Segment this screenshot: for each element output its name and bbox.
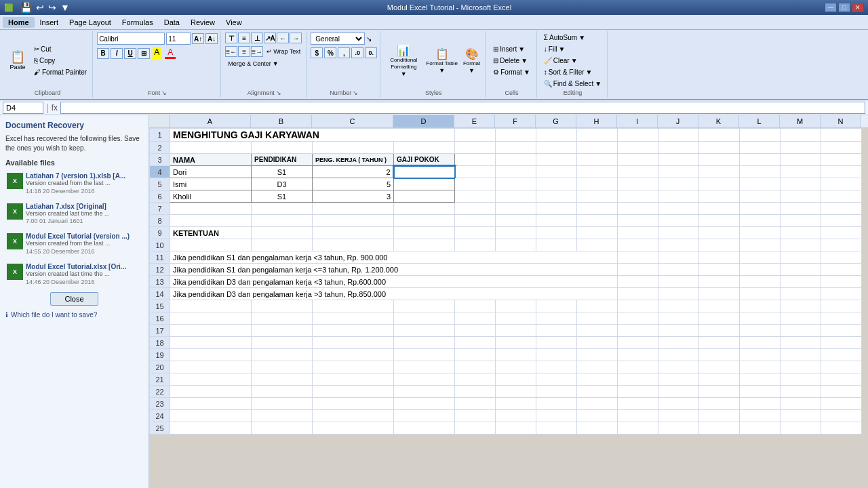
cell-n10[interactable] xyxy=(821,239,862,251)
which-file-link[interactable]: ℹ Which file do I want to save? xyxy=(5,311,143,319)
cell-m9[interactable] xyxy=(781,227,821,239)
cell-l3[interactable] xyxy=(740,154,781,166)
cell-j3[interactable] xyxy=(658,154,699,166)
cell-g1[interactable] xyxy=(536,129,577,142)
cell-l5[interactable] xyxy=(740,178,781,190)
cell-f6[interactable] xyxy=(496,190,536,203)
cell-g5[interactable] xyxy=(536,178,577,190)
paste-button[interactable]: 📋 Paste xyxy=(5,49,30,73)
col-header-f[interactable]: F xyxy=(495,115,536,127)
row-num-25[interactable]: 25 xyxy=(150,422,170,434)
cell-j14[interactable] xyxy=(658,288,699,300)
cell-b10[interactable] xyxy=(252,239,313,251)
currency-button[interactable]: $ xyxy=(311,47,323,58)
cell-h1[interactable] xyxy=(577,129,618,142)
right-align-button[interactable]: ≡→ xyxy=(251,46,263,57)
cell-n2[interactable] xyxy=(821,142,862,154)
cell-f4[interactable] xyxy=(496,166,536,178)
left-align-button[interactable]: ≡← xyxy=(225,46,237,57)
cell-g4[interactable] xyxy=(536,166,577,178)
cell-n13[interactable] xyxy=(821,276,862,288)
cell-a12[interactable]: Jika pendidikan S1 dan pengalaman kerja … xyxy=(170,264,618,276)
cell-m3[interactable] xyxy=(781,154,821,166)
cell-a13[interactable]: Jika pendidikan D3 dan pengalaman kerja … xyxy=(170,276,618,288)
function-icon[interactable]: fx xyxy=(52,103,58,113)
format-as-table-button[interactable]: 📋 Format Table ▼ xyxy=(424,46,460,75)
cell-i11[interactable] xyxy=(618,251,658,264)
cell-i3[interactable] xyxy=(618,154,658,166)
dropdown-qat-button[interactable]: ▼ xyxy=(59,1,71,14)
cell-j1[interactable] xyxy=(658,129,699,142)
cell-b6[interactable]: S1 xyxy=(252,190,313,203)
cell-e7[interactable] xyxy=(455,203,496,215)
row-num-12[interactable]: 12 xyxy=(150,264,170,276)
row-num-19[interactable]: 19 xyxy=(150,349,170,361)
cell-e2[interactable] xyxy=(455,142,496,154)
cell-i13[interactable] xyxy=(618,276,658,288)
row-num-5[interactable]: 5 xyxy=(150,178,170,190)
cell-h9[interactable] xyxy=(577,227,618,239)
formula-input[interactable] xyxy=(60,102,865,114)
cell-a3[interactable]: NAMA xyxy=(170,154,252,166)
cell-a10[interactable] xyxy=(170,239,252,251)
cell-h8[interactable] xyxy=(577,215,618,227)
row-num-18[interactable]: 18 xyxy=(150,337,170,349)
cell-d6[interactable] xyxy=(394,190,455,203)
list-item[interactable]: X Modul Excel Tutorial.xlsx [Ori... Vers… xyxy=(5,262,143,287)
row-num-4[interactable]: 4 xyxy=(150,166,170,178)
cell-n11[interactable] xyxy=(821,251,862,264)
cell-f3[interactable] xyxy=(496,154,536,166)
redo-qat-button[interactable]: ↪ xyxy=(47,1,58,14)
cell-k4[interactable] xyxy=(699,166,740,178)
cell-b4[interactable]: S1 xyxy=(252,166,313,178)
col-header-k[interactable]: K xyxy=(698,115,739,127)
cell-i9[interactable] xyxy=(618,227,658,239)
font-size-input[interactable] xyxy=(166,33,191,45)
cell-m14[interactable] xyxy=(781,288,821,300)
cell-h7[interactable] xyxy=(577,203,618,215)
cell-c3[interactable]: PENG. KERJA ( TAHUN ) xyxy=(313,154,394,166)
cell-a4[interactable]: Dori xyxy=(170,166,252,178)
number-format-select[interactable]: General xyxy=(311,33,365,45)
cell-a6[interactable]: Kholil xyxy=(170,190,252,203)
cell-b2[interactable] xyxy=(252,142,313,154)
cell-f7[interactable] xyxy=(496,203,536,215)
cell-j10[interactable] xyxy=(658,239,699,251)
cell-k12[interactable] xyxy=(699,264,740,276)
cell-k3[interactable] xyxy=(699,154,740,166)
bottom-align-button[interactable]: ⊥ xyxy=(251,33,263,43)
bold-button[interactable]: B xyxy=(97,48,109,59)
menu-home[interactable]: Home xyxy=(3,17,35,28)
row-num-9[interactable]: 9 xyxy=(150,227,170,239)
cell-i6[interactable] xyxy=(618,190,658,203)
cell-k6[interactable] xyxy=(699,190,740,203)
cell-c10[interactable] xyxy=(313,239,394,251)
cell-k8[interactable] xyxy=(699,215,740,227)
cell-k10[interactable] xyxy=(699,239,740,251)
col-header-i[interactable]: I xyxy=(617,115,658,127)
cell-c7[interactable] xyxy=(313,203,394,215)
cell-n7[interactable] xyxy=(821,203,862,215)
number-expand-icon[interactable]: ↘ xyxy=(353,89,358,96)
minimize-button[interactable]: — xyxy=(825,3,837,12)
cell-a9[interactable]: KETENTUAN xyxy=(170,227,252,239)
find-select-button[interactable]: 🔍 Find & Select ▼ xyxy=(541,79,604,89)
cell-e8[interactable] xyxy=(455,215,496,227)
format-button[interactable]: ⚙ Format ▼ xyxy=(490,67,534,77)
cell-g8[interactable] xyxy=(536,215,577,227)
list-item[interactable]: X Modul Excel Tutorial (version ...) Ver… xyxy=(5,231,143,256)
cell-m2[interactable] xyxy=(781,142,821,154)
col-header-c[interactable]: C xyxy=(312,115,393,127)
row-num-7[interactable]: 7 xyxy=(150,203,170,215)
cell-i12[interactable] xyxy=(618,264,658,276)
row-num-1[interactable]: 1 xyxy=(150,129,170,142)
font-expander-icon[interactable]: ↘ xyxy=(161,89,167,96)
cell-e10[interactable] xyxy=(455,239,496,251)
menu-formulas[interactable]: Formulas xyxy=(117,17,159,28)
col-header-h[interactable]: H xyxy=(576,115,617,127)
cell-d5[interactable] xyxy=(394,178,455,190)
cell-h6[interactable] xyxy=(577,190,618,203)
row-num-8[interactable]: 8 xyxy=(150,215,170,227)
cell-b7[interactable] xyxy=(252,203,313,215)
cell-c4[interactable]: 2 xyxy=(313,166,394,178)
